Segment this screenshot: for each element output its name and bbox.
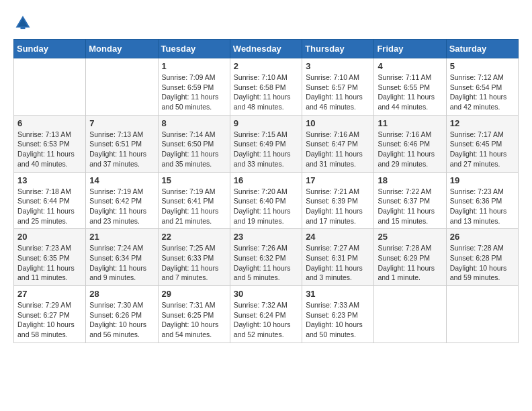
cell-content: Sunrise: 7:28 AMSunset: 6:29 PMDaylight:… xyxy=(378,243,442,283)
cell-content: Sunrise: 7:11 AMSunset: 6:55 PMDaylight:… xyxy=(378,73,442,112)
header-friday: Friday xyxy=(374,40,446,58)
cell-content: Sunrise: 7:16 AMSunset: 6:46 PMDaylight:… xyxy=(378,130,442,169)
day-number: 12 xyxy=(450,118,515,128)
cell-content: Sunrise: 7:10 AMSunset: 6:57 PMDaylight:… xyxy=(306,73,370,112)
cell-text-line: Sunrise: 7:26 AM xyxy=(234,244,287,252)
cell-text-line: Sunset: 6:57 PM xyxy=(306,83,358,91)
calendar-week-row: 1Sunrise: 7:09 AMSunset: 6:59 PMDaylight… xyxy=(14,58,519,116)
cell-text-line: Daylight: 11 hours and 27 minutes. xyxy=(450,150,507,168)
cell-text-line: Daylight: 11 hours and 25 minutes. xyxy=(17,207,75,225)
cell-text-line: Sunrise: 7:29 AM xyxy=(17,301,71,309)
cell-content: Sunrise: 7:31 AMSunset: 6:25 PMDaylight:… xyxy=(162,300,226,340)
cell-text-line: Sunrise: 7:16 AM xyxy=(306,130,359,138)
cell-text-line: Sunrise: 7:24 AM xyxy=(89,244,143,252)
cell-text-line: Sunrise: 7:17 AM xyxy=(450,130,504,138)
cell-content: Sunrise: 7:12 AMSunset: 6:54 PMDaylight:… xyxy=(450,73,515,112)
day-number: 17 xyxy=(306,175,370,185)
calendar-header-row: SundayMondayTuesdayWednesdayThursdayFrid… xyxy=(14,40,519,58)
cell-text-line: Sunset: 6:36 PM xyxy=(450,197,502,205)
cell-text-line: Sunset: 6:27 PM xyxy=(17,311,70,319)
cell-content: Sunrise: 7:26 AMSunset: 6:32 PMDaylight:… xyxy=(234,243,298,283)
day-number: 27 xyxy=(17,289,82,299)
calendar-cell: 2Sunrise: 7:10 AMSunset: 6:58 PMDaylight… xyxy=(230,58,302,116)
cell-content: Sunrise: 7:14 AMSunset: 6:50 PMDaylight:… xyxy=(162,130,226,169)
cell-text-line: Daylight: 11 hours and 7 minutes. xyxy=(162,264,219,282)
day-number: 3 xyxy=(306,61,370,71)
calendar-cell: 25Sunrise: 7:28 AMSunset: 6:29 PMDayligh… xyxy=(374,229,446,286)
header-thursday: Thursday xyxy=(302,40,374,58)
calendar-cell xyxy=(374,286,446,343)
cell-text-line: Sunrise: 7:19 AM xyxy=(162,187,216,195)
cell-text-line: Sunrise: 7:13 AM xyxy=(17,130,71,138)
calendar-cell: 30Sunrise: 7:32 AMSunset: 6:24 PMDayligh… xyxy=(230,286,302,343)
cell-content: Sunrise: 7:33 AMSunset: 6:23 PMDaylight:… xyxy=(306,300,370,340)
cell-text-line: Daylight: 11 hours and 29 minutes. xyxy=(378,150,435,168)
cell-text-line: Sunset: 6:58 PM xyxy=(234,83,286,91)
cell-content: Sunrise: 7:17 AMSunset: 6:45 PMDaylight:… xyxy=(450,130,515,169)
cell-text-line: Sunset: 6:35 PM xyxy=(17,254,70,262)
cell-text-line: Sunset: 6:47 PM xyxy=(306,140,358,148)
day-number: 4 xyxy=(378,61,442,71)
calendar-cell: 16Sunrise: 7:20 AMSunset: 6:40 PMDayligh… xyxy=(230,172,302,229)
calendar-cell: 26Sunrise: 7:28 AMSunset: 6:28 PMDayligh… xyxy=(446,229,518,286)
cell-content: Sunrise: 7:19 AMSunset: 6:42 PMDaylight:… xyxy=(89,187,154,226)
cell-text-line: Sunrise: 7:10 AM xyxy=(306,73,359,81)
cell-text-line: Sunset: 6:23 PM xyxy=(306,311,358,319)
cell-text-line: Sunrise: 7:09 AM xyxy=(162,73,216,81)
day-number: 2 xyxy=(234,61,298,71)
cell-text-line: Sunset: 6:51 PM xyxy=(89,140,142,148)
cell-text-line: Sunrise: 7:21 AM xyxy=(306,187,359,195)
calendar-cell: 18Sunrise: 7:22 AMSunset: 6:37 PMDayligh… xyxy=(374,172,446,229)
cell-content: Sunrise: 7:22 AMSunset: 6:37 PMDaylight:… xyxy=(378,187,442,226)
cell-text-line: Sunrise: 7:10 AM xyxy=(234,73,287,81)
header-saturday: Saturday xyxy=(446,40,518,58)
day-number: 8 xyxy=(162,118,226,128)
day-number: 28 xyxy=(89,289,154,299)
day-number: 25 xyxy=(378,232,442,242)
cell-content: Sunrise: 7:29 AMSunset: 6:27 PMDaylight:… xyxy=(17,300,82,340)
day-number: 1 xyxy=(162,61,226,71)
cell-text-line: Sunrise: 7:22 AM xyxy=(378,187,431,195)
header-monday: Monday xyxy=(86,40,158,58)
cell-text-line: Daylight: 11 hours and 17 minutes. xyxy=(306,207,363,225)
cell-text-line: Daylight: 11 hours and 19 minutes. xyxy=(234,207,291,225)
cell-text-line: Sunrise: 7:23 AM xyxy=(450,187,504,195)
cell-text-line: Daylight: 11 hours and 13 minutes. xyxy=(450,207,507,225)
day-number: 15 xyxy=(162,175,226,185)
cell-text-line: Sunset: 6:31 PM xyxy=(306,254,358,262)
cell-text-line: Daylight: 11 hours and 23 minutes. xyxy=(89,207,146,225)
day-number: 7 xyxy=(89,118,154,128)
calendar-cell: 14Sunrise: 7:19 AMSunset: 6:42 PMDayligh… xyxy=(86,172,158,229)
cell-text-line: Sunrise: 7:15 AM xyxy=(234,130,287,138)
calendar-cell: 15Sunrise: 7:19 AMSunset: 6:41 PMDayligh… xyxy=(158,172,230,229)
cell-text-line: Sunset: 6:37 PM xyxy=(378,197,430,205)
cell-text-line: Daylight: 11 hours and 35 minutes. xyxy=(162,150,219,168)
cell-text-line: Daylight: 11 hours and 31 minutes. xyxy=(306,150,363,168)
cell-content: Sunrise: 7:25 AMSunset: 6:33 PMDaylight:… xyxy=(162,243,226,283)
cell-text-line: Sunrise: 7:20 AM xyxy=(234,187,287,195)
cell-content: Sunrise: 7:20 AMSunset: 6:40 PMDaylight:… xyxy=(234,187,298,226)
day-number: 18 xyxy=(378,175,442,185)
cell-text-line: Daylight: 10 hours and 58 minutes. xyxy=(17,320,75,338)
cell-text-line: Sunset: 6:39 PM xyxy=(306,197,358,205)
calendar-cell: 8Sunrise: 7:14 AMSunset: 6:50 PMDaylight… xyxy=(158,115,230,172)
cell-text-line: Sunset: 6:49 PM xyxy=(234,140,286,148)
cell-text-line: Daylight: 10 hours and 50 minutes. xyxy=(306,320,363,338)
day-number: 22 xyxy=(162,232,226,242)
cell-text-line: Sunrise: 7:11 AM xyxy=(378,73,431,81)
cell-text-line: Sunset: 6:34 PM xyxy=(89,254,142,262)
cell-text-line: Daylight: 11 hours and 33 minutes. xyxy=(234,150,291,168)
calendar-week-row: 6Sunrise: 7:13 AMSunset: 6:53 PMDaylight… xyxy=(14,115,519,172)
cell-text-line: Sunset: 6:33 PM xyxy=(162,254,214,262)
cell-text-line: Sunset: 6:53 PM xyxy=(17,140,70,148)
day-number: 9 xyxy=(234,118,298,128)
cell-text-line: Sunrise: 7:12 AM xyxy=(450,73,504,81)
calendar-cell: 31Sunrise: 7:33 AMSunset: 6:23 PMDayligh… xyxy=(302,286,374,343)
header-sunday: Sunday xyxy=(14,40,86,58)
cell-text-line: Sunrise: 7:14 AM xyxy=(162,130,216,138)
cell-text-line: Sunset: 6:50 PM xyxy=(162,140,214,148)
svg-rect-2 xyxy=(21,27,26,30)
calendar-cell: 28Sunrise: 7:30 AMSunset: 6:26 PMDayligh… xyxy=(86,286,158,343)
cell-text-line: Sunset: 6:55 PM xyxy=(378,83,430,91)
calendar-week-row: 13Sunrise: 7:18 AMSunset: 6:44 PMDayligh… xyxy=(14,172,519,229)
